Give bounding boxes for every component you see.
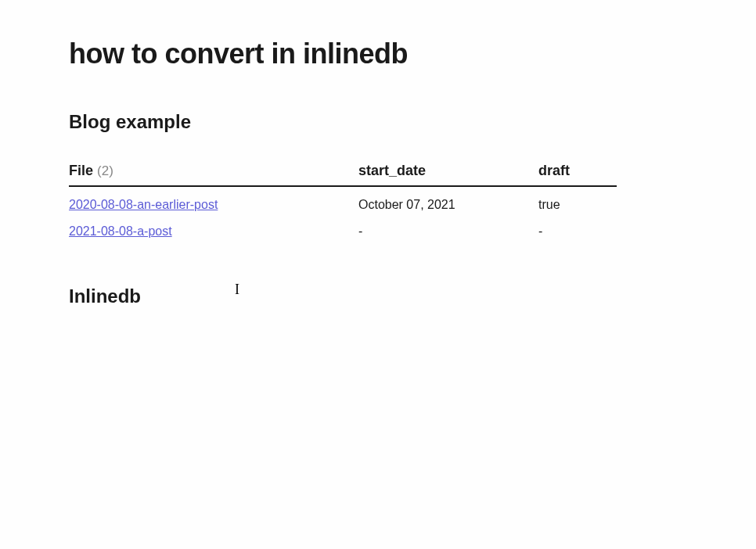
column-header-file-label: File — [69, 163, 93, 178]
cell-start-date: October 07, 2021 — [358, 186, 538, 215]
column-header-file-count: (2) — [97, 163, 113, 178]
table-row: 2021-08-08-a-post - - — [69, 215, 617, 242]
section-heading-inlinedb: Inlinedb — [69, 285, 687, 307]
column-header-start-date[interactable]: start_date — [358, 163, 538, 186]
file-link[interactable]: 2021-08-08-a-post — [69, 224, 172, 238]
column-header-draft[interactable]: draft — [538, 163, 617, 186]
cell-start-date: - — [358, 215, 538, 242]
page-title: how to convert in inlinedb — [69, 38, 687, 70]
column-header-file[interactable]: File (2) — [69, 163, 358, 186]
text-cursor-icon: I — [235, 282, 239, 298]
section-heading-blog-example: Blog example — [69, 111, 687, 133]
cell-draft: true — [538, 186, 617, 215]
table-row: 2020-08-08-an-earlier-post October 07, 2… — [69, 186, 617, 215]
blog-example-table: File (2) start_date draft 2020-08-08-an-… — [69, 163, 687, 242]
file-link[interactable]: 2020-08-08-an-earlier-post — [69, 198, 218, 211]
cell-draft: - — [538, 215, 617, 242]
